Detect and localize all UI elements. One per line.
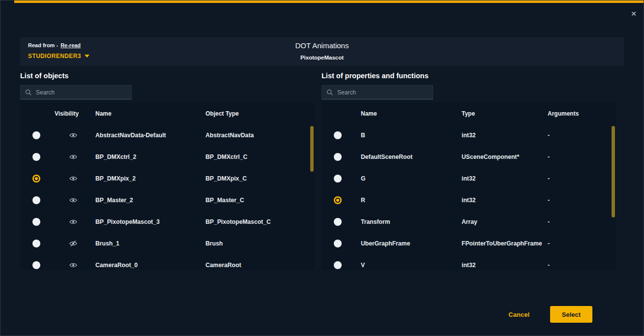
read-from-line: Read from -Re-read: [28, 42, 89, 48]
objects-scrollbar[interactable]: [310, 103, 314, 270]
visibility-icon[interactable]: [69, 218, 77, 225]
table-row[interactable]: V int32 -: [322, 254, 616, 270]
objects-table: Visibility Name Object Type AbstractNavD…: [20, 103, 315, 270]
properties-table-body: B int32 - DefaultSceneRoot USceneCompone…: [322, 124, 616, 270]
property-name: G: [354, 175, 455, 182]
table-row[interactable]: Transform Array -: [322, 211, 616, 233]
search-icon: [326, 89, 333, 96]
object-type: AbstractNavData: [204, 132, 315, 139]
table-row[interactable]: BP_DMXpix_2 BP_DMXpix_C: [20, 168, 315, 189]
table-row[interactable]: DefaultSceneRoot USceneComponent* -: [322, 146, 616, 168]
table-row[interactable]: B int32 -: [322, 124, 616, 146]
objects-panel-title: List of objects: [20, 72, 68, 80]
row-radio[interactable]: [32, 240, 40, 247]
row-radio[interactable]: [32, 196, 40, 204]
property-type: int32: [455, 132, 541, 139]
table-row[interactable]: G int32 -: [322, 168, 616, 189]
select-cell: [20, 218, 53, 226]
row-radio[interactable]: [334, 131, 342, 139]
objects-search[interactable]: [20, 85, 132, 99]
visibility-icon[interactable]: [69, 132, 77, 139]
properties-search[interactable]: [322, 85, 433, 99]
select-cell: [322, 218, 354, 226]
table-row[interactable]: Brush_1 Brush: [20, 233, 315, 254]
row-radio[interactable]: [334, 261, 342, 269]
row-radio[interactable]: [32, 153, 40, 161]
visibility-icon[interactable]: [69, 197, 77, 204]
row-radio[interactable]: [32, 218, 40, 226]
property-arguments: -: [541, 218, 616, 225]
property-arguments: -: [541, 153, 616, 160]
close-icon[interactable]: ✕: [631, 10, 637, 17]
row-radio[interactable]: [334, 218, 342, 226]
visibility-cell: [53, 153, 94, 160]
table-row[interactable]: BP_PixotopeMascot_3 BP_PixotopeMascot_C: [20, 211, 315, 233]
select-cell: [20, 153, 53, 161]
property-type: int32: [455, 197, 541, 204]
property-arguments: -: [541, 132, 616, 139]
objects-search-input[interactable]: [36, 89, 127, 96]
property-type: int32: [455, 262, 541, 269]
object-type: BP_Master_C: [204, 197, 315, 204]
cancel-button[interactable]: Cancel: [508, 311, 529, 318]
select-button[interactable]: Select: [550, 306, 592, 323]
object-name: BP_DMXpix_2: [94, 175, 204, 182]
select-cell: [322, 196, 354, 204]
row-radio[interactable]: [334, 153, 342, 161]
properties-search-input[interactable]: [337, 89, 428, 96]
row-radio[interactable]: [334, 196, 342, 204]
table-row[interactable]: R int32 -: [322, 189, 616, 211]
column-header-name: Name: [94, 110, 204, 117]
dot-animations-dialog: ✕ DOT Animations PixotopeMascot Read fro…: [0, 0, 644, 336]
property-arguments: -: [541, 175, 616, 182]
properties-scrollbar[interactable]: [612, 103, 615, 270]
property-name: B: [354, 132, 455, 139]
column-header-type: Type: [455, 110, 541, 117]
reread-link[interactable]: Re-read: [60, 42, 81, 48]
object-name: AbstractNavData-Default: [94, 132, 204, 139]
select-cell: [20, 196, 53, 204]
visibility-cell: [53, 240, 94, 247]
property-type: int32: [455, 175, 541, 182]
row-radio[interactable]: [32, 175, 40, 183]
property-arguments: -: [541, 240, 616, 247]
visibility-icon[interactable]: [69, 175, 77, 182]
visibility-cell: [53, 218, 94, 225]
property-name: DefaultSceneRoot: [354, 153, 455, 160]
search-icon: [25, 89, 32, 96]
table-row[interactable]: BP_DMXctrl_2 BP_DMXctrl_C: [20, 146, 315, 168]
object-type: Brush: [204, 240, 315, 247]
select-cell: [322, 153, 354, 161]
object-name: Brush_1: [94, 240, 204, 247]
properties-table: Name Type Arguments B int32 - DefaultSce…: [322, 103, 616, 270]
visibility-icon[interactable]: [69, 153, 77, 160]
source-dropdown-label: STUDIORENDER3: [28, 53, 81, 60]
property-arguments: -: [541, 197, 616, 204]
object-type: BP_PixotopeMascot_C: [204, 218, 315, 225]
source-dropdown[interactable]: STUDIORENDER3: [28, 53, 89, 60]
table-row[interactable]: BP_Master_2 BP_Master_C: [20, 189, 315, 211]
row-radio[interactable]: [32, 131, 40, 139]
window-accent-bar: [14, 0, 644, 3]
properties-scrollbar-thumb[interactable]: [612, 126, 615, 217]
table-row[interactable]: CameraRoot_0 CameraRoot: [20, 254, 315, 270]
select-cell: [20, 175, 53, 183]
visibility-off-icon[interactable]: [69, 240, 77, 247]
object-name: BP_DMXctrl_2: [94, 153, 204, 160]
row-radio[interactable]: [334, 240, 342, 247]
properties-panel-title: List of properties and functions: [322, 72, 429, 80]
dialog-footer: Cancel Select: [508, 306, 592, 323]
objects-scrollbar-thumb[interactable]: [310, 126, 314, 172]
table-row[interactable]: AbstractNavData-Default AbstractNavData: [20, 124, 315, 146]
object-type: BP_DMXctrl_C: [204, 153, 315, 160]
visibility-icon[interactable]: [69, 262, 77, 269]
property-type: Array: [455, 218, 541, 225]
chevron-down-icon: [85, 55, 89, 58]
row-radio[interactable]: [334, 175, 342, 183]
table-row[interactable]: UberGraphFrame FPointerToUberGraphFrame …: [322, 233, 616, 254]
row-radio[interactable]: [32, 261, 40, 269]
property-name: R: [354, 197, 455, 204]
select-cell: [20, 131, 53, 139]
select-cell: [322, 261, 354, 269]
select-cell: [322, 240, 354, 247]
